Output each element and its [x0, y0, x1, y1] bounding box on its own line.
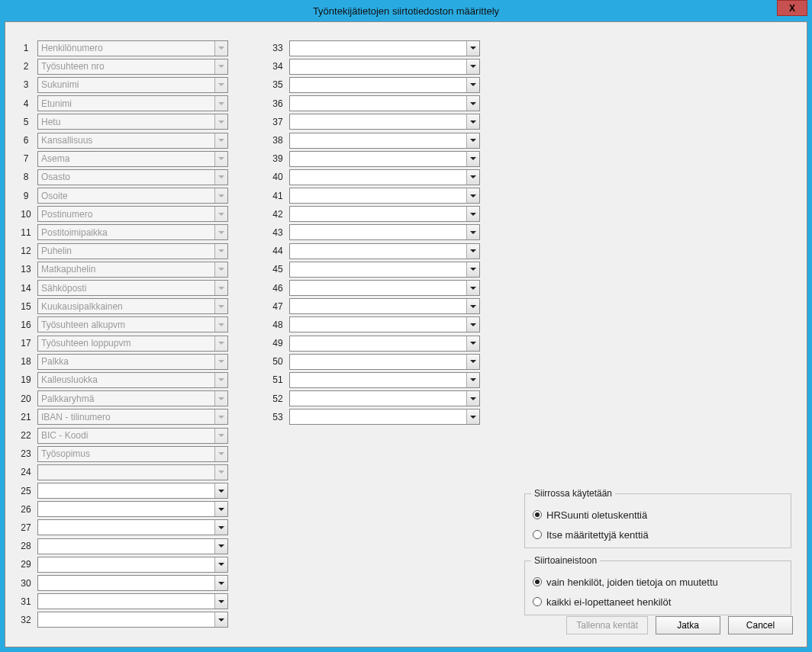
field-dropdown[interactable] [37, 575, 228, 591]
field-number: 42 [266, 209, 289, 220]
field-row: 39 [266, 149, 480, 168]
field-row: 49 [266, 334, 480, 352]
chevron-down-icon[interactable] [466, 133, 479, 148]
field-dropdown[interactable] [37, 501, 228, 517]
radio-icon [533, 577, 542, 586]
field-dropdown[interactable] [289, 280, 480, 296]
chevron-down-icon[interactable] [214, 502, 227, 516]
chevron-down-icon [214, 114, 227, 129]
field-dropdown: Osoite [37, 188, 228, 204]
field-dropdown[interactable] [289, 390, 480, 406]
field-dropdown[interactable] [289, 409, 480, 425]
radio-custom-fields[interactable]: Itse määritettyjä kenttiä [533, 525, 783, 544]
chevron-down-icon[interactable] [214, 557, 227, 572]
chevron-down-icon[interactable] [466, 114, 479, 129]
chevron-down-icon [214, 96, 227, 111]
field-number: 22 [14, 430, 37, 441]
field-dropdown[interactable] [37, 483, 228, 499]
field-row: 9Osoite [14, 187, 228, 205]
field-dropdown[interactable] [289, 336, 480, 352]
chevron-down-icon[interactable] [466, 262, 479, 277]
chevron-down-icon[interactable] [466, 373, 479, 387]
field-dropdown[interactable] [289, 40, 480, 56]
cancel-button[interactable]: Cancel [728, 616, 793, 634]
field-dropdown[interactable] [289, 206, 480, 222]
chevron-down-icon[interactable] [214, 594, 227, 609]
field-dropdown[interactable] [37, 538, 228, 554]
dropdown-value: Työsuhteen nro [41, 61, 214, 72]
field-row: 35 [266, 75, 480, 94]
field-dropdown[interactable] [37, 612, 228, 628]
field-dropdown[interactable] [289, 298, 480, 314]
field-number: 34 [266, 61, 289, 72]
field-row: 29 [14, 555, 228, 573]
chevron-down-icon[interactable] [466, 410, 479, 424]
dropdown-value: Kuukausipalkkainen [41, 301, 214, 312]
field-dropdown[interactable] [289, 262, 480, 278]
field-dropdown[interactable] [289, 114, 480, 130]
field-row: 10Postinumero [14, 205, 228, 223]
chevron-down-icon[interactable] [214, 612, 227, 627]
field-dropdown[interactable] [289, 316, 480, 332]
field-number: 43 [266, 227, 289, 238]
dropdown-value: Työsuhteen loppupvm [41, 338, 214, 348]
radio-label: vain henkilöt, joiden tietoja on muutett… [546, 577, 718, 588]
field-number: 10 [14, 209, 37, 220]
chevron-down-icon[interactable] [466, 244, 479, 259]
chevron-down-icon[interactable] [214, 520, 227, 535]
field-dropdown[interactable] [289, 59, 480, 75]
radio-default-fields[interactable]: HRSuunti oletuskenttiä [533, 505, 783, 525]
field-dropdown[interactable] [289, 77, 480, 93]
field-number: 6 [14, 135, 37, 146]
dropdown-value: Osasto [41, 172, 214, 182]
field-row: 17Työsuhteen loppupvm [14, 334, 228, 352]
chevron-down-icon[interactable] [214, 539, 227, 554]
close-button[interactable]: X [777, 0, 807, 16]
chevron-down-icon[interactable] [466, 96, 479, 111]
chevron-down-icon[interactable] [214, 576, 227, 590]
chevron-down-icon[interactable] [466, 207, 479, 221]
field-number: 26 [14, 504, 37, 515]
field-dropdown: Etunimi [37, 95, 228, 111]
chevron-down-icon[interactable] [466, 188, 479, 203]
chevron-down-icon[interactable] [466, 336, 479, 351]
chevron-down-icon[interactable] [466, 391, 479, 406]
field-dropdown[interactable] [289, 169, 480, 185]
chevron-down-icon [214, 262, 227, 277]
chevron-down-icon[interactable] [466, 355, 479, 369]
field-dropdown[interactable] [289, 188, 480, 204]
field-row: 18Palkka [14, 352, 228, 371]
dropdown-value: Hetu [41, 117, 214, 127]
continue-button[interactable]: Jatka [656, 616, 720, 634]
dropdown-value: Puhelin [41, 246, 214, 256]
chevron-down-icon[interactable] [466, 225, 479, 239]
field-dropdown[interactable] [37, 557, 228, 573]
field-dropdown[interactable] [37, 593, 228, 609]
field-dropdown[interactable] [289, 372, 480, 388]
radio-changed-only[interactable]: vain henkilöt, joiden tietoja on muutett… [533, 572, 783, 592]
field-row: 26 [14, 500, 228, 519]
field-dropdown[interactable] [289, 151, 480, 167]
chevron-down-icon[interactable] [466, 152, 479, 166]
field-row: 52 [266, 390, 480, 408]
field-dropdown[interactable] [289, 354, 480, 370]
chevron-down-icon[interactable] [466, 59, 479, 74]
chevron-down-icon[interactable] [466, 281, 479, 295]
chevron-down-icon[interactable] [466, 41, 479, 56]
field-dropdown[interactable] [289, 224, 480, 240]
chevron-down-icon[interactable] [214, 483, 227, 498]
chevron-down-icon [214, 355, 227, 369]
chevron-down-icon[interactable] [466, 317, 479, 332]
field-number: 17 [14, 338, 37, 348]
chevron-down-icon[interactable] [466, 299, 479, 313]
field-dropdown[interactable] [289, 133, 480, 149]
radio-label: Itse määritettyjä kenttiä [546, 529, 649, 541]
chevron-down-icon[interactable] [466, 78, 479, 92]
field-number: 30 [14, 578, 37, 589]
dropdown-value: Asema [41, 153, 214, 164]
chevron-down-icon[interactable] [466, 170, 479, 185]
radio-all-active[interactable]: kaikki ei-lopettaneet henkilöt [533, 592, 783, 612]
field-dropdown[interactable] [289, 243, 480, 259]
field-dropdown[interactable] [289, 95, 480, 111]
field-dropdown[interactable] [37, 519, 228, 535]
